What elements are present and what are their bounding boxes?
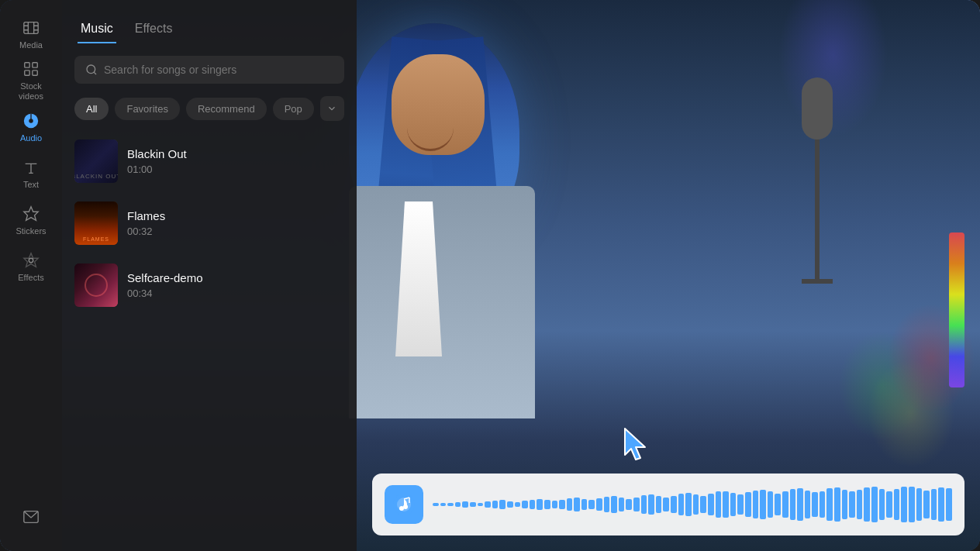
waveform-bar — [790, 489, 796, 520]
sidebar-label-media: Media — [19, 40, 43, 50]
song-title-selfcare: Selfcare-demo — [127, 271, 344, 284]
svg-point-18 — [29, 258, 33, 263]
waveform-bar — [782, 491, 788, 517]
waveform-bar — [685, 493, 692, 515]
filter-favorites[interactable]: Favorites — [115, 98, 179, 120]
waveform-bar — [633, 498, 640, 511]
filter-pop[interactable]: Pop — [273, 98, 314, 120]
svg-point-25 — [403, 505, 408, 509]
waveform — [433, 485, 952, 524]
effects-icon — [22, 251, 40, 270]
waveform-bar — [745, 492, 751, 516]
filter-recommend[interactable]: Recommend — [186, 98, 267, 120]
waveform-bar — [678, 494, 685, 515]
app-container: Media Stockvideos Audio — [0, 0, 980, 551]
song-item-blackin-out[interactable]: BLACKIN OUT Blackin Out 01:00 — [68, 130, 350, 192]
waveform-bar — [604, 497, 610, 512]
waveform-bar — [938, 487, 944, 522]
panel-tabs: Music Effects — [62, 0, 357, 43]
sidebar-label-stock: Stockvideos — [19, 81, 43, 102]
music-player-bar[interactable] — [372, 474, 964, 536]
waveform-bar — [700, 496, 706, 513]
chevron-down-icon — [326, 103, 337, 114]
svg-marker-16 — [24, 207, 38, 220]
waveform-bar — [478, 503, 484, 506]
waveform-bar — [447, 503, 454, 507]
waveform-bar — [901, 487, 907, 522]
song-duration-flames: 00:32 — [127, 226, 344, 237]
svg-rect-8 — [33, 63, 37, 67]
song-info-selfcare: Selfcare-demo 00:34 — [127, 271, 344, 299]
svg-point-20 — [87, 65, 95, 74]
filter-more-button[interactable] — [320, 96, 344, 121]
song-title-flames: Flames — [127, 209, 344, 222]
waveform-bar — [537, 499, 543, 511]
waveform-bar — [470, 502, 476, 507]
waveform-bar — [492, 501, 499, 508]
waveform-bar — [716, 491, 722, 517]
waveform-bar — [923, 491, 930, 519]
waveform-bar — [871, 487, 878, 522]
sidebar-item-stock-videos[interactable]: Stockvideos — [6, 59, 56, 102]
sidebar-item-mail[interactable] — [6, 495, 56, 539]
waveform-bar — [499, 500, 506, 508]
svg-rect-7 — [25, 63, 29, 67]
svg-rect-10 — [33, 71, 37, 75]
waveform-bar — [775, 494, 781, 515]
svg-marker-17 — [24, 253, 38, 267]
song-duration-selfcare: 00:34 — [127, 288, 344, 299]
filter-row: All Favorites Recommend Pop — [62, 96, 357, 130]
waveform-bar — [567, 498, 573, 511]
music-panel: Music Effects All Favorites Recommend Po… — [62, 0, 357, 551]
search-input[interactable] — [104, 64, 333, 76]
filter-all[interactable]: All — [74, 98, 109, 120]
waveform-bar — [708, 494, 714, 515]
song-item-selfcare[interactable]: Selfcare-demo 00:34 — [68, 254, 350, 316]
waveform-bar — [433, 503, 439, 506]
waveform-bar — [641, 495, 647, 514]
waveform-bar — [574, 498, 580, 511]
song-thumb-blackin-out: BLACKIN OUT — [74, 139, 118, 183]
waveform-bar — [797, 488, 803, 521]
waveform-bar — [507, 501, 513, 507]
song-item-flames[interactable]: FLAMES Flames 00:32 — [68, 192, 350, 254]
sidebar-item-effects[interactable]: Effects — [6, 245, 56, 288]
waveform-bar — [693, 494, 699, 515]
waveform-bar — [826, 488, 833, 521]
film-icon — [22, 19, 40, 37]
song-title-blackin-out: Blackin Out — [127, 147, 344, 160]
svg-line-21 — [94, 72, 96, 74]
waveform-bar — [656, 496, 662, 513]
sidebar-item-stickers[interactable]: Stickers — [6, 198, 56, 242]
waveform-bar — [737, 494, 744, 515]
waveform-bar — [730, 493, 737, 515]
waveform-bar — [596, 498, 602, 511]
music-note-icon — [392, 493, 416, 516]
waveform-bar — [805, 491, 811, 519]
waveform-bar — [931, 489, 937, 520]
waveform-bar — [894, 489, 900, 520]
waveform-bar — [909, 487, 915, 522]
waveform-bar — [723, 491, 729, 518]
waveform-bar — [842, 490, 848, 520]
waveform-bar — [857, 490, 863, 520]
waveform-bar — [485, 501, 491, 507]
sidebar-item-audio[interactable]: Audio — [6, 105, 56, 149]
tab-music[interactable]: Music — [78, 15, 116, 43]
sidebar-label-stickers: Stickers — [16, 226, 46, 236]
tab-effects[interactable]: Effects — [132, 15, 176, 43]
sidebar-label-audio: Audio — [20, 133, 42, 143]
sidebar-item-text[interactable]: Text — [6, 152, 56, 195]
waveform-bar — [760, 490, 766, 520]
sidebar-item-media[interactable]: Media — [6, 12, 56, 56]
text-icon — [22, 158, 40, 177]
waveform-bar — [879, 489, 885, 520]
waveform-bar — [530, 500, 536, 510]
main-content — [357, 0, 980, 551]
waveform-bar — [559, 500, 565, 510]
music-icon — [22, 112, 40, 130]
sidebar-label-text: Text — [23, 180, 39, 189]
waveform-bar — [648, 494, 654, 515]
waveform-bar — [864, 487, 870, 522]
waveform-bar — [663, 498, 669, 511]
